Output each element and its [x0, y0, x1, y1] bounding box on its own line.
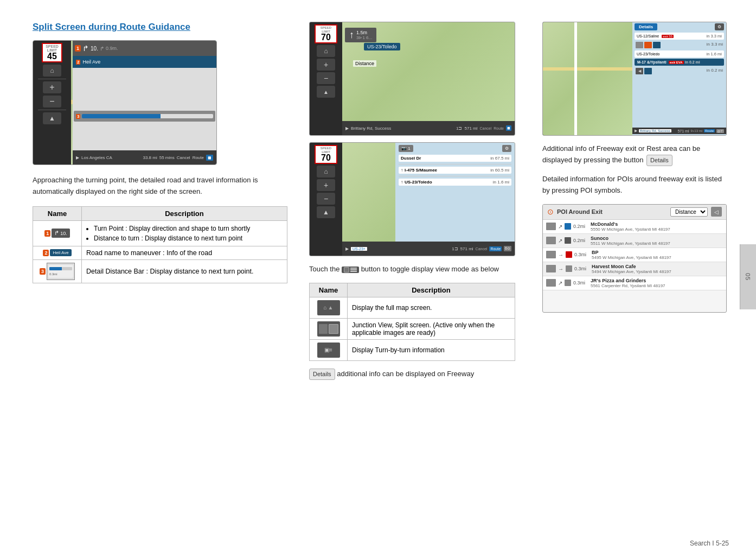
additional-info-text: Details additional info can be displayed… — [309, 369, 521, 380]
dist-bar-preview: 0.3mi — [47, 263, 75, 280]
col-name: Name — [33, 206, 82, 220]
poi-info: JR's Pizza and Grinders 5561 Carpenter R… — [591, 278, 723, 288]
mode2-icon — [310, 318, 348, 339]
poi-cat-icon — [546, 223, 556, 230]
poi-cat-icon — [546, 279, 556, 287]
zoom-in-mid[interactable]: + — [317, 59, 335, 71]
col-description: Description — [82, 206, 287, 220]
zoom-in-mid2[interactable]: + — [317, 179, 335, 191]
details-btn[interactable]: Details — [646, 155, 672, 167]
route-item: ↑ I-475 S/Maumee in 60.5 mi — [399, 167, 511, 174]
screenshot-mid-top: SPEEDLIMIT 70 ⌂ + − ▲ ↑ 1.5m 3⊳1 6... US… — [309, 22, 515, 136]
table-row: Junction View, Split screen. (Active onl… — [310, 318, 515, 339]
distance-select[interactable]: Distance — [670, 207, 708, 217]
up-btn-mid[interactable]: ▲ — [317, 86, 335, 98]
row1-icon: 1 ↱ 10. — [33, 220, 82, 246]
mode3-description: Display Turn-by-turn information — [348, 339, 515, 360]
poi-icon — [565, 223, 571, 230]
zoom-out-mid2[interactable]: − — [317, 193, 335, 205]
screenshot-split-screen: SPEEDLIMIT 45 ⌂ + − ▲ 1 ↱ 10. ↱ 0.9m. — [33, 40, 217, 165]
row2-icon: 2 Heil Ave — [33, 246, 82, 259]
status-bar: ▶ Los Angeles CA 33.8 mi 55 mins Cancel … — [73, 150, 216, 164]
poi-turn-icon: → — [558, 252, 563, 258]
route-right-item2: US-23/Toledo in 1.6 mi — [635, 50, 724, 58]
table-row: 3 0.3mi Detail Distance Bar : Display di… — [33, 259, 287, 283]
poi-back-btn[interactable]: ◁ — [711, 207, 722, 217]
table-row: ▣ ≡ Display Turn-by-turn information — [310, 339, 515, 360]
table-row: 1 ↱ 10. Turn Point : Display direction a… — [33, 220, 287, 246]
distance-turn-label: Distance to turn : Display distance to n… — [94, 233, 283, 243]
route-item: Dussel Dr in 67.5 mi — [399, 155, 511, 162]
poi-controls: Distance ◁ — [670, 207, 722, 217]
mode1-icon: ⌂ ▲ — [310, 297, 348, 318]
turn-by-turn-icon: ▣ ≡ — [317, 343, 340, 358]
table-row: 2 Heil Ave Road name to maneuver : Info … — [33, 246, 287, 259]
poi-icon — [566, 251, 572, 258]
poi-turn-icon: ↗ — [558, 238, 562, 244]
toggle-button-icon — [342, 267, 359, 273]
row3-description: Detail Distance Bar : Display distance t… — [82, 259, 287, 283]
left-column: Split Screen during Route Guidance SPEED… — [33, 22, 298, 536]
touch-toggle-description: Touch the button to toggle display view … — [309, 264, 521, 275]
mode3-icon: ▣ ≡ — [310, 339, 348, 360]
page-number: Search I 5-25 — [690, 540, 729, 547]
right-column: SPEEDLIMIT 70 ⌂ + − ▲ Details ⚙ — [531, 22, 745, 536]
poi-title: POI Around Exit — [557, 208, 603, 215]
arrow-up-btn[interactable]: ▲ — [43, 112, 61, 124]
list-item: → 0.3mi BP 5495 W Michigan Ave, Ypsilant… — [543, 248, 726, 262]
route-item: ↑ US-23/Toledo in 1.6 mi — [399, 179, 511, 186]
speed-box2: SPEEDLIMIT 70 — [315, 145, 337, 164]
right-route-list: Details ⚙ US-12/Saline exit 55 in 3.3 mi… — [632, 22, 726, 135]
poi-icon — [565, 280, 571, 286]
speed-limit-mid: SPEEDLIMIT 70 — [315, 24, 337, 43]
poi-turn-icon: ↗ — [558, 224, 562, 230]
poi-list-screenshot: ⊙ POI Around Exit Distance ◁ ↗ 0.2mi McD… — [542, 204, 727, 313]
zoom-in-btn[interactable]: + — [43, 81, 61, 93]
poi-cat-icon — [546, 265, 556, 272]
row3-icon: 3 0.3mi — [33, 259, 82, 283]
poi-info: Sunoco 5511 W Michigan Ave, Ypsilanti MI… — [591, 236, 723, 246]
row2-description: Road name to maneuver : Info of the road — [82, 246, 287, 259]
col2-name: Name — [310, 283, 348, 297]
screenshot-mid-bottom: SPEEDLIMIT 70 ⌂ + − ▲ 📷 1 ⚙ Dussel Dr in… — [309, 142, 515, 256]
col2-description: Description — [348, 283, 515, 297]
poi-cat-icon — [546, 251, 556, 258]
mid2-status-bar: ▶ US-23+ 1⊐ 571 ml Cancel Route 6⊙ — [342, 242, 515, 256]
mode1-description: Display the full map screen. — [348, 297, 515, 318]
home-btn-mid2[interactable]: ⌂ — [317, 166, 335, 177]
list-item: ↗ 0.2mi Sunoco 5511 W Michigan Ave, Ypsi… — [543, 234, 726, 248]
split-screen-info-table: Name Description 1 ↱ 10. — [33, 206, 287, 283]
poi-info: McDonald's 5550 W Michigan Ave, Ypsilant… — [591, 221, 723, 232]
route-list-panel: 📷 1 ⚙ Dussel Dr in 67.5 mi ↑ I-475 S/Mau… — [395, 143, 515, 256]
full-map-icon: ⌂ ▲ — [317, 300, 340, 315]
route-right-item: US-12/Saline exit 55 in 3.3 mi — [635, 33, 724, 40]
chapter-tab: 05 — [740, 244, 756, 309]
poi-list: ↗ 0.2mi McDonald's 5550 W Michigan Ave, … — [543, 220, 726, 290]
speed-limit-box: SPEEDLIMIT 45 — [42, 43, 62, 62]
poi-icon — [566, 265, 572, 272]
zoom-out-btn[interactable]: − — [43, 96, 61, 107]
poi-turn-icon: ↗ — [558, 280, 562, 286]
row1-description: Turn Point : Display direction and shape… — [82, 220, 287, 246]
details-tab[interactable]: Details — [635, 23, 657, 30]
right-info-text-1: Additional info of Freeway exit or Rest … — [542, 143, 727, 166]
approach-description: Approaching the turning point, the detai… — [33, 175, 287, 198]
route-right-item3: M-17 &/Ypsilanti exit EVA in 0.2 mi — [635, 59, 724, 66]
poi-turn-icon: → — [558, 266, 563, 272]
home-btn-mid[interactable]: ⌂ — [317, 45, 335, 57]
toggle-modes-table: Name Description ⌂ ▲ Display the full ma… — [309, 283, 515, 361]
junction-view-icon — [317, 321, 340, 337]
list-item: ↗ 0.2mi McDonald's 5550 W Michigan Ave, … — [543, 220, 726, 234]
right-data-panel: 1 ↱ 10. ↱ 0.9m. 2 Heil Ave 3 — [73, 41, 216, 164]
screenshot-right-top: SPEEDLIMIT 70 ⌂ + − ▲ Details ⚙ — [542, 22, 727, 136]
poi-cat-icon — [546, 237, 556, 244]
mid-status-bar: ▶ Brittany Rd, Success 1⊐ 571 ml Cancel … — [342, 121, 515, 135]
up-btn-mid2[interactable]: ▲ — [317, 206, 335, 218]
zoom-out-mid[interactable]: − — [317, 72, 335, 84]
mid-left-nav2: SPEEDLIMIT 70 ⌂ + − ▲ — [310, 143, 342, 256]
details-button-inline[interactable]: Details — [309, 369, 335, 380]
home-btn[interactable]: ⌂ — [43, 65, 61, 77]
list-item: ↗ 0.3mi JR's Pizza and Grinders 5561 Car… — [543, 276, 726, 290]
table-row: ⌂ ▲ Display the full map screen. — [310, 297, 515, 318]
mode2-description: Junction View, Split screen. (Active onl… — [348, 318, 515, 339]
